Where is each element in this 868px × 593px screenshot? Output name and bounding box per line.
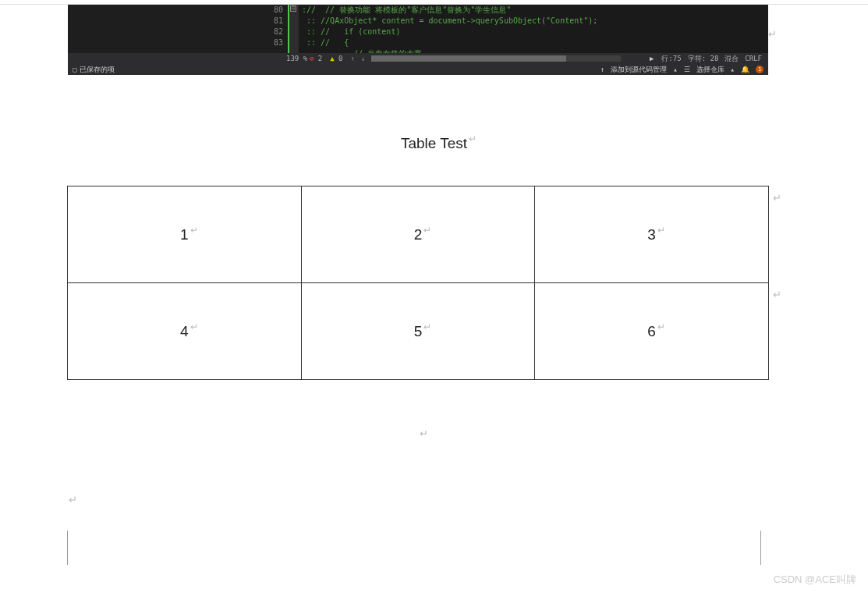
page-crop-mark-right (760, 531, 790, 565)
zoom-level[interactable]: 139 % (286, 55, 307, 62)
paragraph-mark-icon: ↵ (190, 321, 198, 332)
add-to-source-control[interactable]: 添加到源代码管理 (611, 65, 667, 75)
chat-icon[interactable]: ▢ (73, 66, 76, 73)
down-arrow-icon[interactable]: ↓ (361, 55, 365, 62)
code-text: :// // 替换功能 将模板的"客户信息"替换为"学生信息" :: //QAx… (299, 5, 768, 53)
select-repo[interactable]: 选择仓库 (696, 65, 725, 75)
line-number: 81 (274, 16, 283, 27)
line-number: 80 (274, 5, 283, 16)
table-row: 4↵ 5↵ 6↵ (68, 283, 769, 380)
play-icon[interactable]: ▶ (650, 55, 654, 62)
fold-collapse-icon[interactable]: ⊟ (290, 5, 296, 12)
warning-count: 0 (338, 55, 342, 62)
ide-status-bar-2: ▢ 已保存的项 ↑ 添加到源代码管理 ▴ ☰ 选择仓库 ▴ 🔔 1 (68, 64, 768, 75)
error-count: 2 (318, 55, 322, 62)
paragraph-mark-icon: ↵ (773, 192, 781, 204)
test-table: 1↵ 2↵ 3↵ 4↵ 5↵ 6↵ (67, 186, 769, 380)
page-crop-mark-left (38, 531, 68, 565)
table-cell[interactable]: 1↵ (68, 186, 302, 283)
code-line: :// // 替换功能 将模板的"客户信息"替换为"学生信息" (302, 5, 768, 16)
paragraph-mark-icon: ↵ (469, 133, 477, 144)
warning-dot-icon: ▲ (330, 55, 334, 62)
scrollbar-thumb[interactable] (371, 55, 566, 62)
error-dot-icon: ⊘ (310, 55, 314, 62)
saved-status: 已保存的项 (80, 65, 115, 75)
table-cell[interactable]: 5↵ (301, 283, 535, 380)
line-number: 83 (274, 37, 283, 48)
up-arrow-icon[interactable]: ↑ (351, 55, 355, 62)
cell-text: 2 (414, 226, 423, 243)
cell-text: 4 (180, 323, 189, 339)
up-arrow-icon: ↑ (601, 66, 604, 73)
ide-status-bar-1: 139 % ⊘ 2 ▲ 0 ↑ ↓ ▶ 行:75 字符: 28 混合 CRLF (68, 53, 768, 64)
paragraph-mark-icon: ↵ (69, 494, 77, 506)
repo-icon: ☰ (684, 66, 690, 73)
watermark: CSDN @ACE叫牌 (774, 573, 856, 587)
table-cell[interactable]: 2↵ (301, 186, 535, 283)
line-number: 82 (274, 27, 283, 37)
table-cell[interactable]: 3↵ (535, 186, 769, 283)
table-cell[interactable]: 4↵ (68, 283, 302, 380)
line-numbers: 80 81 82 83 (274, 5, 283, 48)
cell-text: 3 (647, 226, 656, 243)
change-marker (288, 5, 289, 53)
cell-text: 1 (180, 226, 189, 243)
status-right-group: ↑ 添加到源代码管理 ▴ ☰ 选择仓库 ▴ 🔔 1 (601, 65, 763, 75)
table-row: 1↵ 2↵ 3↵ (68, 186, 769, 283)
gutter: 80 81 82 83 ⊟ (68, 5, 299, 53)
paragraph-mark-icon: ↵ (423, 321, 431, 332)
table-cell[interactable]: 6↵ (535, 283, 769, 380)
ide-code-area: 80 81 82 83 ⊟ :// // 替换功能 将模板的"客户信息"替换为"… (68, 5, 768, 53)
caret-up-icon[interactable]: ▴ (731, 66, 735, 73)
nav-arrows[interactable]: ↑ ↓ (351, 55, 366, 62)
paragraph-mark-icon: ↵ (768, 28, 777, 40)
document-title: Table Test↵ (0, 135, 868, 152)
ide-screenshot: 80 81 82 83 ⊟ :// // 替换功能 将模板的"客户信息"替换为"… (68, 5, 768, 75)
cell-text: 5 (414, 323, 423, 339)
cell-text: 6 (647, 323, 656, 339)
code-line: :: // { (302, 37, 768, 48)
paragraph-mark-icon: ↵ (657, 225, 665, 236)
line-info: 行:75 (661, 54, 681, 64)
char-info: 字符: 28 (688, 54, 719, 64)
paragraph-mark-icon: ↵ (423, 225, 431, 236)
encoding-mode: 混合 (725, 54, 739, 64)
line-ending: CRLF (745, 55, 762, 62)
title-text: Table Test (401, 135, 467, 151)
paragraph-mark-icon: ↵ (420, 428, 428, 439)
paragraph-mark-icon: ↵ (657, 321, 665, 332)
paragraph-mark-icon: ↵ (773, 289, 781, 300)
paragraph-mark-icon: ↵ (190, 225, 198, 236)
code-line: :: // if (content) (302, 27, 768, 37)
caret-up-icon[interactable]: ▴ (673, 66, 677, 73)
fold-bar: ⊟ (288, 5, 299, 53)
notification-badge: 1 (756, 66, 763, 73)
error-indicators[interactable]: ⊘ 2 ▲ 0 (310, 55, 343, 62)
code-line: :: //QAxObject* content = document->quer… (302, 16, 768, 27)
bell-icon[interactable]: 🔔 (741, 66, 749, 73)
horizontal-scrollbar[interactable] (371, 55, 621, 62)
